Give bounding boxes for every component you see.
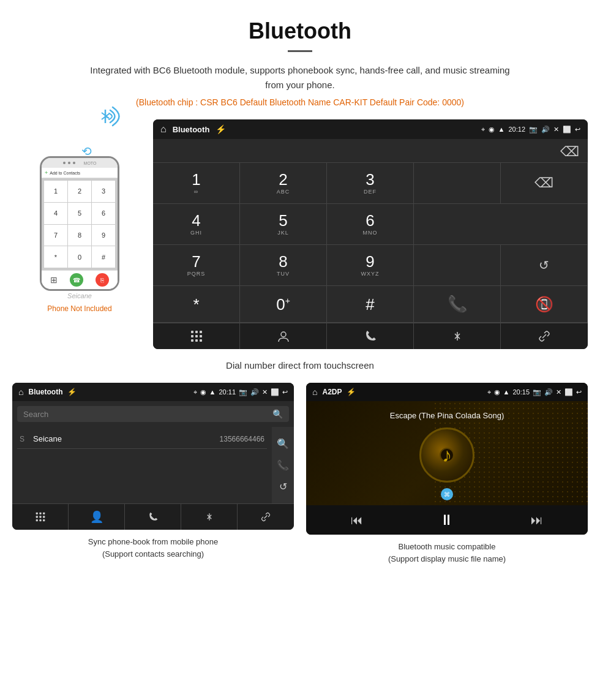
pb-camera-icon: 📷 [239, 388, 247, 396]
music-panel: ⌂ A2DP ⚡ ⌖ ◉ ▲ 20:15 📷 🔊 ✕ ⬜ ↩ [306, 383, 588, 565]
camera-icon: 📷 [529, 126, 538, 134]
backspace-button[interactable]: ⌫ [560, 144, 579, 160]
ms-bt-badge: ⌘ [441, 488, 453, 500]
pb-phone-icon [148, 511, 159, 522]
dial-key-hash[interactable]: # [327, 286, 414, 323]
empty-cell-row3 [414, 245, 501, 286]
ms-status-bar: ⌂ A2DP ⚡ ⌖ ◉ ▲ 20:15 📷 🔊 ✕ ⬜ ↩ [306, 383, 588, 401]
ms-prev-button[interactable]: ⏮ [351, 513, 363, 527]
svg-rect-7 [191, 339, 193, 342]
ms-back-icon[interactable]: ↩ [576, 388, 582, 396]
home-icon[interactable]: ⌂ [160, 124, 167, 135]
pb-bt-icon: ⌖ [193, 388, 197, 396]
pb-home-icon[interactable]: ⌂ [18, 387, 23, 397]
tab-calls[interactable] [327, 323, 414, 349]
phone-end-button[interactable]: ⎘ [96, 273, 109, 287]
dial-key-4[interactable]: 4 GHI [153, 204, 240, 245]
pb-screen-title: Bluetooth [28, 388, 62, 396]
phone-call-button[interactable]: ☎ [70, 273, 83, 287]
phone-bottom-bar: ⊞ ☎ ⎘ [42, 270, 118, 289]
seicane-watermark: Seicane [67, 292, 92, 299]
svg-rect-2 [195, 331, 198, 333]
pb-search-bar[interactable]: Search 🔍 [17, 406, 289, 422]
contact-name: Seicane [33, 434, 220, 443]
svg-rect-1 [191, 331, 193, 333]
pb-link-icon [260, 511, 271, 522]
ms-next-button[interactable]: ⏭ [531, 513, 543, 527]
main-caption: Dial number direct from touchscreen [226, 360, 374, 371]
pb-dialpad-icon [35, 511, 46, 522]
ms-screen-title: A2DP [322, 388, 342, 396]
svg-rect-5 [195, 335, 198, 337]
ms-time: 20:15 [512, 388, 530, 396]
dial-key-8[interactable]: 8 TUV [240, 245, 327, 286]
usb-icon: ⚡ [216, 124, 226, 134]
phonebook-screen: ⌂ Bluetooth ⚡ ⌖ ◉ ▲ 20:11 📷 🔊 ✕ ⬜ ↩ [12, 383, 294, 530]
pb-contact-area: S Seicane 13566664466 [12, 427, 272, 503]
dial-key-6[interactable]: 6 MNO [327, 204, 414, 245]
pb-tab-link-2[interactable] [238, 504, 294, 530]
ms-music-note-icon: ♪ [442, 444, 452, 467]
dial-key-star[interactable]: * [153, 286, 240, 323]
svg-rect-6 [200, 335, 202, 337]
phone-status-bar: MOTO [42, 158, 118, 168]
dial-screen-title: Bluetooth [173, 125, 210, 134]
dial-display-area [414, 163, 501, 204]
dial-tab-bar [153, 323, 588, 349]
pb-search-action[interactable]: 🔍 [277, 433, 289, 454]
music-caption: Bluetooth music compatible (Support disp… [388, 541, 506, 565]
ms-camera-icon: 📷 [533, 388, 541, 396]
signal-icon: ▲ [498, 126, 505, 133]
refresh-action[interactable]: ↺ [501, 245, 588, 286]
dial-grid: 1 ∞ 2 ABC 3 DEF ⌫ 4 GHI [153, 162, 588, 323]
ms-home-icon[interactable]: ⌂ [312, 387, 317, 397]
pb-call-action[interactable]: 📞 [277, 454, 289, 476]
phone-side: ⟲ [12, 119, 147, 313]
pb-tab-bar: 👤 [12, 503, 294, 530]
pb-signal-icon: ▲ [209, 388, 216, 396]
pb-tab-contacts-active[interactable]: 👤 [69, 504, 125, 530]
phone-tab-icon [364, 329, 377, 343]
svg-rect-17 [43, 516, 45, 517]
contact-letter: S [20, 435, 29, 443]
ms-album-art: ♪ [419, 427, 474, 483]
bluetooth-tab-icon [451, 329, 464, 343]
contacts-icon [277, 329, 290, 343]
pb-usb-icon: ⚡ [67, 388, 77, 396]
pb-tab-calls-2[interactable] [125, 504, 181, 530]
ms-close-icon: ✕ [556, 388, 561, 396]
pb-tab-dialpad[interactable] [12, 504, 69, 530]
svg-rect-12 [36, 513, 37, 514]
end-call-action[interactable]: 📵 [501, 286, 588, 323]
top-section: ⟲ [12, 119, 588, 349]
tab-settings-link[interactable] [501, 323, 588, 349]
tab-bluetooth[interactable] [414, 323, 501, 349]
back-icon[interactable]: ↩ [575, 126, 580, 134]
location-icon: ◉ [489, 126, 495, 134]
dial-key-1[interactable]: 1 ∞ [153, 163, 240, 204]
svg-rect-16 [39, 516, 41, 517]
dial-status-bar: ⌂ Bluetooth ⚡ ⌖ ◉ ▲ 20:12 📷 🔊 ✕ ⬜ ↩ [153, 119, 588, 139]
list-item[interactable]: S Seicane 13566664466 [17, 429, 267, 449]
pb-sync-action[interactable]: ↺ [279, 476, 287, 497]
phone-dialpad: 1 2 3 4 5 6 7 8 9 * 0 # [42, 178, 118, 270]
call-action[interactable]: 📞 [414, 286, 501, 323]
ms-volume-icon: 🔊 [544, 388, 553, 396]
ms-usb-icon: ⚡ [347, 388, 356, 396]
pb-back-icon[interactable]: ↩ [282, 388, 288, 396]
dial-key-7[interactable]: 7 PQRS [153, 245, 240, 286]
backspace-action[interactable]: ⌫ [501, 163, 588, 204]
pb-tab-bt-2[interactable] [181, 504, 238, 530]
window-icon: ⬜ [563, 126, 571, 134]
dial-key-5[interactable]: 5 JKL [240, 204, 327, 245]
svg-rect-8 [195, 339, 198, 342]
dial-key-3[interactable]: 3 DEF [327, 163, 414, 204]
dial-key-9[interactable]: 9 WXYZ [327, 245, 414, 286]
tab-dialpad[interactable] [153, 323, 240, 349]
svg-rect-15 [36, 516, 37, 517]
bt-signal: ⟲ [92, 126, 129, 132]
dial-key-2[interactable]: 2 ABC [240, 163, 327, 204]
dial-key-0[interactable]: 0+ [240, 286, 327, 323]
ms-play-pause-button[interactable]: ⏸ [440, 511, 454, 529]
tab-contacts[interactable] [240, 323, 327, 349]
